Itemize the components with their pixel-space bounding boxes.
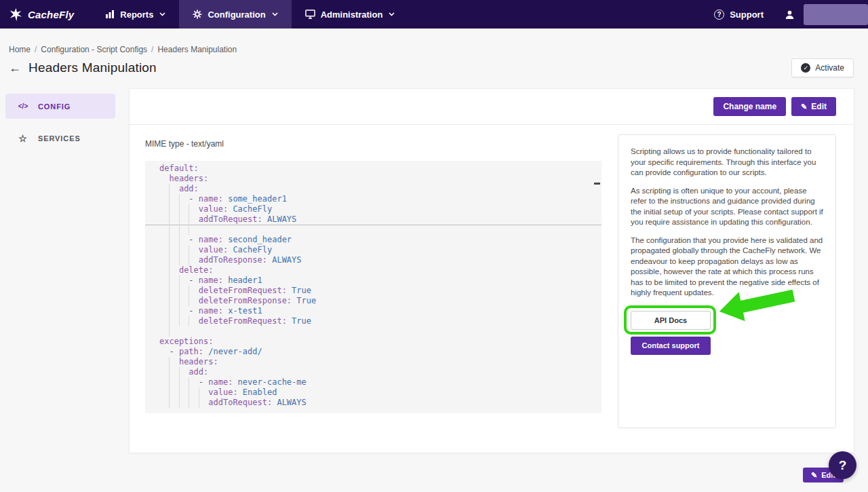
chevron-down-icon xyxy=(159,12,165,16)
api-docs-area: API Docs xyxy=(631,311,711,330)
code-line: add: xyxy=(159,367,601,377)
contact-support-button[interactable]: Contact support xyxy=(631,337,711,355)
code-line: deleteFromRequest: True xyxy=(159,316,601,326)
code-icon: </> xyxy=(17,102,29,110)
nav-item-configuration[interactable]: Configuration xyxy=(179,0,291,29)
mime-type-label: MIME type - text/yaml xyxy=(145,139,224,149)
breadcrumb-separator: / xyxy=(151,45,153,54)
code-line: headers: xyxy=(159,357,601,367)
activate-button[interactable]: ✓ Activate xyxy=(791,58,854,77)
bar-chart-icon xyxy=(105,10,115,19)
pencil-icon: ✎ xyxy=(811,472,817,479)
activate-label: Activate xyxy=(815,63,844,73)
code-line: - name: header1 xyxy=(159,276,601,286)
breadcrumb-item[interactable]: Home xyxy=(9,45,31,54)
breadcrumb-separator: / xyxy=(35,45,37,54)
code-line: - name: x-test1 xyxy=(159,306,601,316)
pencil-icon: ✎ xyxy=(801,103,807,111)
code-line xyxy=(159,326,601,337)
page-header: ← Headers Manipulation ✓ Activate xyxy=(9,58,854,77)
yaml-code-editor[interactable]: default: headers: add: - name: some_head… xyxy=(145,161,601,413)
sidebar-item-label: CONFIG xyxy=(38,102,71,111)
page-title: Headers Manipulation xyxy=(28,60,157,75)
support-label: Support xyxy=(730,10,764,20)
user-icon xyxy=(784,9,795,20)
code-line: - name: some_header1 xyxy=(159,194,601,204)
edit-label: Edit xyxy=(811,102,827,111)
code-line: add: xyxy=(159,184,601,194)
code-line: addToResponse: ALWAYS xyxy=(159,255,601,265)
info-paragraph: Scripting allows us to provide functiona… xyxy=(631,147,823,178)
code-line: default: xyxy=(159,164,601,174)
sidebar-item-services[interactable]: ☆ SERVICES xyxy=(5,126,115,151)
account-menu-panel[interactable] xyxy=(804,4,868,25)
config-card: Change name ✎ Edit MIME type - text/yaml… xyxy=(129,88,854,453)
breadcrumb-item: Headers Manipulation xyxy=(157,45,237,54)
nav-item-reports[interactable]: Reports xyxy=(92,0,179,29)
code-line: - name: second_header xyxy=(159,235,601,245)
code-line: value: Enabled xyxy=(159,387,601,398)
code-line: addToRequest: ALWAYS xyxy=(159,214,601,225)
edit-button[interactable]: ✎ Edit xyxy=(791,97,836,116)
code-line: - path: /never-add/ xyxy=(159,347,601,357)
sidebar-item-config[interactable]: </> CONFIG xyxy=(5,94,115,119)
support-button[interactable]: ? Support xyxy=(703,10,774,20)
nav-item-administration[interactable]: Administration xyxy=(292,0,409,29)
code-line: deleteFromRequest: True xyxy=(159,286,601,296)
code-line: exceptions: xyxy=(159,337,601,347)
question-circle-icon: ? xyxy=(714,10,724,20)
navbar-right: ? Support xyxy=(703,0,868,29)
api-docs-button[interactable]: API Docs xyxy=(631,311,711,330)
sidebar: </> CONFIG ☆ SERVICES xyxy=(0,88,129,157)
breadcrumb-item[interactable]: Configuration - Script Configs xyxy=(41,45,147,54)
nav-item-label: Administration xyxy=(321,10,383,20)
info-paragraph: The configuration that you provide here … xyxy=(631,235,823,299)
top-navbar: CacheFly Reports Configuration A xyxy=(0,0,868,29)
info-paragraph: As scripting is often unique to your acc… xyxy=(631,186,823,228)
star-icon: ☆ xyxy=(17,133,29,144)
code-line: delete: xyxy=(159,265,601,276)
code-line: headers: xyxy=(159,174,601,184)
chevron-down-icon xyxy=(272,12,278,16)
code-line xyxy=(159,225,601,235)
nav-item-label: Configuration xyxy=(208,10,265,20)
info-panel: Scripting allows us to provide functiona… xyxy=(618,134,836,428)
code-line: deleteFromResponse: True xyxy=(159,296,601,306)
sidebar-item-label: SERVICES xyxy=(38,134,81,143)
check-icon: ✓ xyxy=(801,63,810,73)
code-line: value: CacheFly xyxy=(159,245,601,255)
nav-item-label: Reports xyxy=(120,10,153,20)
back-arrow-icon[interactable]: ← xyxy=(9,62,21,74)
card-toolbar: Change name ✎ Edit xyxy=(130,89,854,125)
info-text: Scripting allows us to provide functiona… xyxy=(631,147,823,299)
cachefly-logo-icon xyxy=(9,7,23,22)
monitor-icon xyxy=(305,10,315,19)
avatar[interactable] xyxy=(774,9,804,20)
code-line: - name: never-cache-me xyxy=(159,377,601,387)
help-fab-button[interactable]: ? xyxy=(829,451,856,479)
breadcrumb: Home/Configuration - Script Configs/Head… xyxy=(9,45,237,54)
change-name-button[interactable]: Change name xyxy=(713,97,786,116)
code-line: addToRequest: ALWAYS xyxy=(159,398,601,408)
main-nav: Reports Configuration Administration xyxy=(92,0,408,29)
cachefly-logo[interactable]: CacheFly xyxy=(0,0,92,29)
chevron-down-icon xyxy=(389,12,395,16)
brand-name: CacheFly xyxy=(28,9,74,20)
code-line: value: CacheFly xyxy=(159,204,601,214)
gear-icon xyxy=(193,10,202,19)
